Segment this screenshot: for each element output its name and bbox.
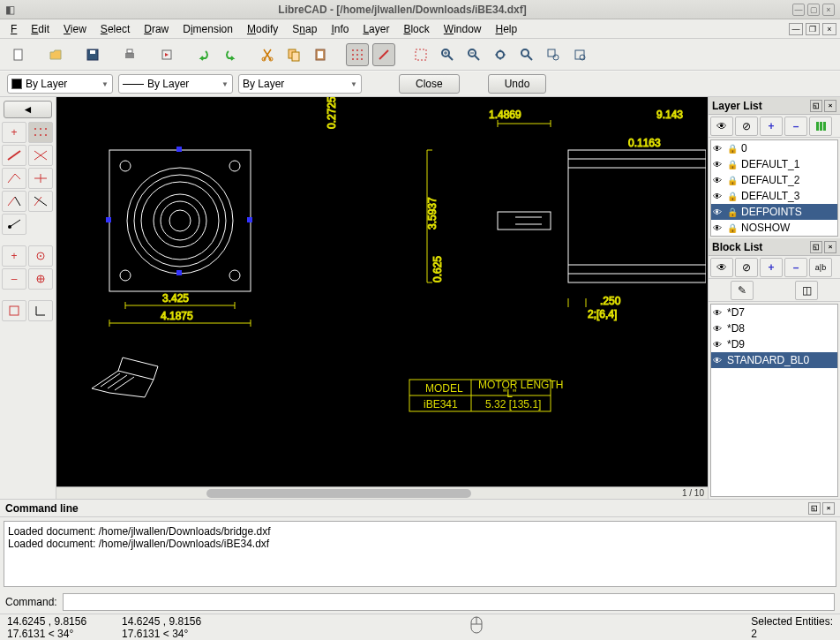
zoom-in-button[interactable] [436,43,459,66]
svg-rect-0 [14,49,22,60]
property-bar: By Layer ▼ By Layer ▼ By Layer ▼ Close U… [0,71,840,97]
close-button-toolbar[interactable]: Close [399,74,460,94]
tool-line-cross[interactable] [28,168,53,189]
tool-dot[interactable] [2,214,26,235]
tool-minus[interactable]: – [2,268,26,290]
tool-line-red[interactable] [2,145,26,166]
layer-undock-button[interactable]: ◱ [810,100,822,112]
layer-add-button[interactable]: + [760,117,783,136]
block-rename-button[interactable]: a|b [809,258,832,277]
copy-button[interactable] [282,43,305,66]
block-undock-button[interactable]: ◱ [810,241,822,253]
menu-layer[interactable]: Layer [356,21,396,37]
color-combo[interactable]: By Layer ▼ [7,74,113,94]
layer-remove-button[interactable]: – [784,117,807,136]
tool-hatch[interactable] [28,122,53,143]
block-remove-button[interactable]: – [784,258,807,277]
menu-modify[interactable]: Modify [240,21,285,37]
block-row[interactable]: 👁*D8 [711,320,837,336]
zoom-window-button[interactable] [542,43,565,66]
block-row[interactable]: 👁STANDARD_BL0 [711,352,837,368]
linetype-combo[interactable]: By Layer ▼ [238,74,362,94]
zoom-auto-button[interactable] [489,43,512,66]
new-button[interactable] [7,43,30,66]
svg-point-42 [127,168,233,274]
zoom-pan-button[interactable] [568,43,591,66]
mdi-close-button[interactable]: × [822,23,836,35]
cut-button[interactable] [256,43,279,66]
tool-arc-black[interactable] [28,191,53,212]
command-label: Command: [5,596,57,608]
grid-button[interactable] [346,43,369,66]
menu-select[interactable]: Select [94,21,137,37]
tool-plus[interactable]: + [2,245,26,267]
export-button[interactable] [155,43,178,66]
open-button[interactable] [44,43,67,66]
canvas[interactable]: 3.425 4.1875 0.2725 3.5937 0.625 1.4869 … [56,97,708,499]
status-abs-coords: 14.6245 , 9.8156 [7,615,86,628]
menu-window[interactable]: Window [437,21,489,37]
block-list[interactable]: 👁*D7👁*D8👁*D9👁STANDARD_BL0 [710,304,838,497]
menu-file[interactable]: F [4,21,24,37]
undo-button[interactable] [192,43,215,66]
dim-14869: 1.4869 [489,109,521,121]
menu-dimension[interactable]: Dimension [176,21,240,37]
print-button[interactable] [118,43,141,66]
layer-edit-button[interactable] [809,117,832,136]
layer-list[interactable]: 👁🔒0👁🔒DEFAULT_1👁🔒DEFAULT_2👁🔒DEFAULT_3👁🔒DE… [710,139,838,237]
tool-snap2[interactable] [28,300,53,321]
block-edit-button[interactable]: ✎ [731,281,754,300]
tool-line-ang[interactable] [2,168,26,189]
layer-row[interactable]: 👁🔒DEFPOINTS [711,204,837,220]
paste-button[interactable] [309,43,332,66]
menu-edit[interactable]: Edit [24,21,56,37]
layer-hide-all-button[interactable]: ⊘ [735,117,758,136]
draft-button[interactable] [372,43,395,66]
redo-button[interactable] [219,43,242,66]
zoom-prev-button[interactable] [515,43,538,66]
tool-dim-plus[interactable]: + [2,122,26,143]
layer-row[interactable]: 👁🔒DEFAULT_1 [711,156,837,172]
cmd-undock-button[interactable]: ◱ [808,502,821,515]
zoom-out-button[interactable] [462,43,485,66]
command-output[interactable]: Loaded document: /home/jlwallen/Download… [4,521,836,587]
layer-row[interactable]: 👁🔒NOSHOW [711,220,837,236]
layer-close-button[interactable]: × [824,100,836,112]
mdi-minimize-button[interactable]: — [789,23,803,35]
mdi-restore-button[interactable]: ❐ [806,23,820,35]
command-input[interactable] [63,593,835,611]
block-insert-button[interactable]: ◫ [795,281,818,300]
layer-row[interactable]: 👁🔒0 [711,140,837,156]
tool-target[interactable] [28,245,53,267]
block-add-button[interactable]: + [760,258,783,277]
menu-help[interactable]: Help [488,21,524,37]
block-hide-all-button[interactable]: ⊘ [735,258,758,277]
block-show-all-button[interactable]: 👁 [710,258,733,277]
zoom-redraw-button[interactable] [409,43,432,66]
menu-snap[interactable]: Snap [285,21,324,37]
tool-target2[interactable] [28,268,53,290]
block-row[interactable]: 👁*D9 [711,336,837,352]
save-button[interactable] [81,43,104,66]
tool-snap1[interactable] [2,300,26,321]
back-button[interactable]: ◄ [4,101,52,118]
linewidth-combo[interactable]: By Layer ▼ [118,74,233,94]
tool-arc-red[interactable] [2,191,26,212]
layer-row[interactable]: 👁🔒DEFAULT_2 [711,172,837,188]
maximize-button[interactable]: ▢ [807,4,820,16]
svg-point-50 [120,270,131,281]
horizontal-scrollbar[interactable] [56,486,708,499]
block-close-button[interactable]: × [824,241,836,253]
close-button[interactable]: × [822,4,835,16]
tool-line-red2[interactable] [28,145,53,166]
menu-draw[interactable]: Draw [137,21,176,37]
layer-show-all-button[interactable]: 👁 [710,117,733,136]
cmd-close-button[interactable]: × [822,502,835,515]
menu-block[interactable]: Block [396,21,436,37]
menu-view[interactable]: View [56,21,94,37]
layer-row[interactable]: 👁🔒DEFAULT_3 [711,188,837,204]
menu-info[interactable]: Info [324,21,356,37]
minimize-button[interactable]: — [792,4,805,16]
undo-button-toolbar[interactable]: Undo [488,74,547,94]
block-row[interactable]: 👁*D7 [711,305,837,320]
